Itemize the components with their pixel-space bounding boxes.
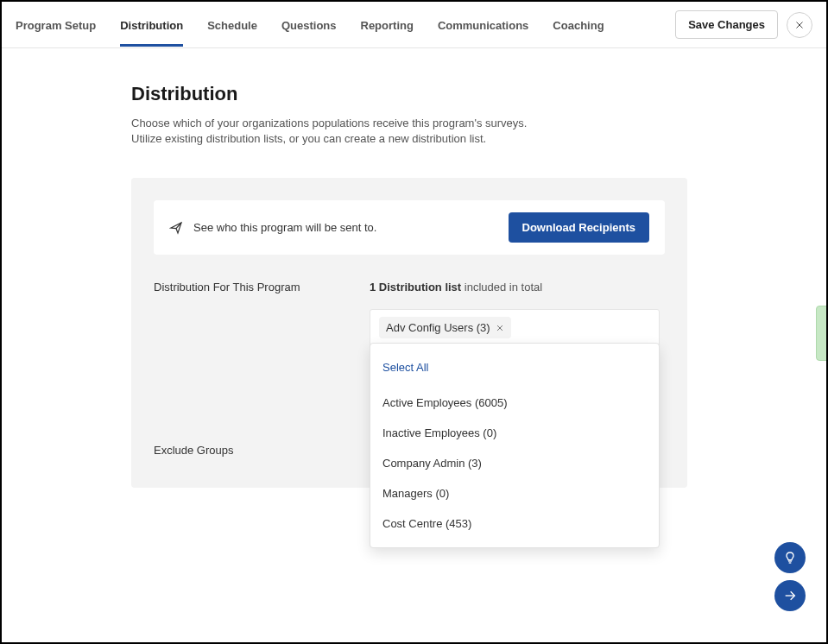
arrow-right-icon [783, 589, 797, 603]
recipients-info-row: See who this program will be sent to. Do… [154, 200, 665, 255]
tab-coaching[interactable]: Coaching [553, 3, 604, 47]
page-description: Choose which of your organizations popul… [131, 116, 546, 147]
exclude-label: Exclude Groups [154, 444, 370, 457]
tab-schedule[interactable]: Schedule [207, 3, 257, 47]
distribution-summary: 1 Distribution list included in total [370, 281, 542, 294]
close-icon [794, 20, 805, 30]
description-line2: Utilize existing distribution lists, or … [131, 132, 486, 145]
distribution-label: Distribution For This Program [154, 281, 370, 366]
tab-communications[interactable]: Communications [438, 3, 528, 47]
next-fab[interactable] [774, 580, 806, 611]
distribution-panel: See who this program will be sent to. Do… [131, 178, 687, 488]
chip-label: Adv Config Users (3) [386, 321, 490, 334]
save-button[interactable]: Save Changes [675, 10, 778, 39]
lightbulb-icon [783, 551, 797, 565]
tab-distribution[interactable]: Distribution [120, 3, 183, 47]
info-text: See who this program will be sent to. [193, 221, 376, 234]
page-title: Distribution [131, 83, 826, 105]
page-content: Distribution Choose which of your organi… [2, 48, 826, 488]
tab-questions[interactable]: Questions [281, 3, 337, 47]
tab-reporting[interactable]: Reporting [361, 3, 414, 47]
topbar-right: Save Changes [675, 10, 812, 39]
chip-remove-icon[interactable] [496, 324, 504, 332]
nav-tabs: Program Setup Distribution Schedule Ques… [16, 3, 604, 47]
feedback-side-tab[interactable] [816, 306, 828, 361]
distribution-row: Distribution For This Program 1 Distribu… [154, 281, 665, 366]
dropdown-item-company-admin[interactable]: Company Admin (3) [370, 448, 659, 478]
dropdown-item-active-employees[interactable]: Active Employees (6005) [370, 388, 659, 418]
download-recipients-button[interactable]: Download Recipients [509, 212, 649, 243]
summary-bold: 1 Distribution list [370, 281, 461, 294]
distribution-dropdown: Select All Active Employees (6005) Inact… [370, 343, 660, 548]
dropdown-item-inactive-employees[interactable]: Inactive Employees (0) [370, 418, 659, 448]
topbar: Program Setup Distribution Schedule Ques… [2, 2, 826, 48]
dropdown-select-all[interactable]: Select All [370, 352, 659, 382]
selected-chip: Adv Config Users (3) [379, 317, 511, 338]
send-icon [169, 221, 183, 235]
tab-program-setup[interactable]: Program Setup [16, 3, 96, 47]
description-line1: Choose which of your organizations popul… [131, 117, 527, 129]
summary-rest: included in total [461, 281, 542, 294]
close-button[interactable] [787, 12, 812, 38]
dropdown-item-cost-centre[interactable]: Cost Centre (453) [370, 508, 659, 539]
dropdown-item-managers[interactable]: Managers (0) [370, 478, 659, 508]
help-fab[interactable] [774, 542, 806, 573]
info-left: See who this program will be sent to. [169, 221, 376, 235]
